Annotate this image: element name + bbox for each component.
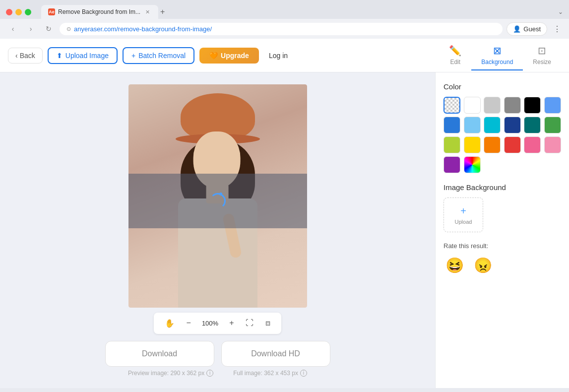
batch-label: Batch Removal [138,52,186,60]
loading-spinner [210,193,226,209]
preview-info-icon[interactable]: i [206,370,213,377]
upload-plus-icon: + [460,205,466,217]
url-text: anyeraser.com/remove-background-from-ima… [74,25,212,33]
tab-bar: Ae Remove Background from Im... ✕ + [41,5,165,19]
close-traffic-light[interactable] [6,9,12,15]
color-swatch-salmon[interactable] [524,136,541,153]
full-info: Full image: 362 x 453 px i [233,370,307,377]
zoom-in-button[interactable]: + [226,317,237,329]
batch-icon: + [131,52,135,60]
happy-emoji-button[interactable]: 😆 [443,255,466,276]
color-swatch-dark-blue[interactable] [504,117,521,133]
main-image-container [128,84,307,308]
rate-label: Rate this result: [443,242,561,250]
tool-resize[interactable]: ⊡ Resize [523,41,561,70]
reload-nav-button[interactable]: ↻ [42,22,56,36]
upload-box-label: Upload [455,219,472,225]
color-swatch-orange[interactable] [484,136,501,153]
tool-background-label: Background [481,59,513,65]
download-info-row: Preview image: 290 x 362 px i Full image… [128,370,307,377]
tool-edit[interactable]: ✏️ Edit [439,41,471,70]
zoom-out-button[interactable]: − [184,317,194,329]
minimize-traffic-light[interactable] [15,9,22,15]
forward-nav-button[interactable]: › [24,22,38,36]
color-section: Color [443,82,561,173]
right-panel: Color [435,72,569,388]
color-section-title: Color [443,82,561,91]
color-swatch-lime[interactable] [443,136,460,153]
color-swatch-yellow[interactable] [464,136,481,153]
canvas-area: ✋ − 100% + ⛶ ⧈ Download Download HD Prev… [0,72,435,388]
color-swatch-rainbow[interactable] [464,156,481,173]
color-swatch-blue[interactable] [443,117,460,133]
processing-overlay [128,174,307,228]
angry-emoji-button[interactable]: 😠 [472,255,494,276]
guest-button[interactable]: 👤 Guest [506,22,547,36]
back-button[interactable]: ‹ Back [8,48,43,64]
color-swatch-black[interactable] [524,97,541,114]
new-tab-button[interactable]: + [160,7,165,16]
color-swatch-purple[interactable] [443,156,460,173]
color-swatch-red[interactable] [504,136,521,153]
image-background-section: Image Background + Upload [443,183,561,232]
color-swatch-white[interactable] [464,97,481,114]
color-swatch-teal[interactable] [484,117,501,133]
heart-icon: 🧡 [209,52,218,60]
login-button[interactable]: Log in [264,48,293,63]
tab-favicon: Ae [48,8,55,15]
edit-icon: ✏️ [449,45,461,57]
color-swatch-sky-blue[interactable] [464,117,481,133]
download-hd-button[interactable]: Download HD [221,341,330,367]
batch-removal-button[interactable]: + Batch Removal [123,47,194,64]
traffic-lights [6,9,31,15]
compare-view-button[interactable]: ⧈ [262,317,273,329]
app: ‹ Back ⬆ Upload Image + Batch Removal 🧡 … [0,39,569,388]
color-swatch-dark-teal[interactable] [524,117,541,133]
back-nav-button[interactable]: ‹ [6,22,20,36]
color-swatch-cornflower-blue[interactable] [544,97,561,114]
browser-menu-button[interactable]: ⋮ [551,22,563,36]
preview-info: Preview image: 290 x 362 px i [128,370,213,377]
emoji-row: 😆 😠 [443,255,561,276]
color-swatch-gray[interactable] [504,97,521,114]
tab-chevron-icon[interactable]: ⌄ [558,8,563,15]
tool-edit-label: Edit [450,59,460,65]
maximize-traffic-light[interactable] [25,9,31,15]
upload-label: Upload Image [65,52,109,60]
tool-resize-label: Resize [533,59,551,65]
back-arrow-icon: ‹ [15,52,18,60]
color-swatch-pink[interactable] [544,136,561,153]
zoom-level: 100% [200,320,220,327]
upgrade-button[interactable]: 🧡 Upgrade [199,48,259,64]
color-swatch-light-gray[interactable] [484,97,501,114]
tab-title: Remove Background from Im... [58,8,140,15]
tab-close-button[interactable]: ✕ [143,8,151,16]
url-bar[interactable]: ⊙ anyeraser.com/remove-background-from-i… [60,23,503,35]
url-icon: ⊙ [66,26,71,32]
guest-label: Guest [523,25,541,33]
address-bar: ‹ › ↻ ⊙ anyeraser.com/remove-background-… [0,19,569,39]
main-content: ✋ − 100% + ⛶ ⧈ Download Download HD Prev… [0,72,569,388]
background-icon: ⊠ [493,45,502,57]
hand-tool-button[interactable]: ✋ [162,317,178,330]
title-bar: Ae Remove Background from Im... ✕ + ⌄ [0,0,569,19]
fit-view-button[interactable]: ⛶ [243,317,256,329]
upgrade-label: Upgrade [221,52,249,60]
color-grid [443,97,561,173]
tool-background[interactable]: ⊠ Background [471,41,523,70]
back-label: Back [20,52,35,60]
color-swatch-transparent[interactable] [443,97,460,114]
full-info-icon[interactable]: i [300,370,307,377]
download-buttons: Download Download HD [94,341,342,367]
image-upload-box[interactable]: + Upload [443,197,483,232]
active-tab[interactable]: Ae Remove Background from Im... ✕ [41,5,158,19]
image-toolbar: ✋ − 100% + ⛶ ⧈ [154,313,282,334]
download-button[interactable]: Download [105,341,214,367]
nav-tools: ✏️ Edit ⊠ Background ⊡ Resize [439,41,561,70]
browser-chrome: Ae Remove Background from Im... ✕ + ⌄ ‹ … [0,0,569,39]
color-swatch-green[interactable] [544,117,561,133]
download-area: Download Download HD Preview image: 290 … [94,341,342,377]
image-bg-title: Image Background [443,183,561,192]
upload-image-button[interactable]: ⬆ Upload Image [48,47,118,64]
rate-section: Rate this result: 😆 😠 [443,242,561,276]
